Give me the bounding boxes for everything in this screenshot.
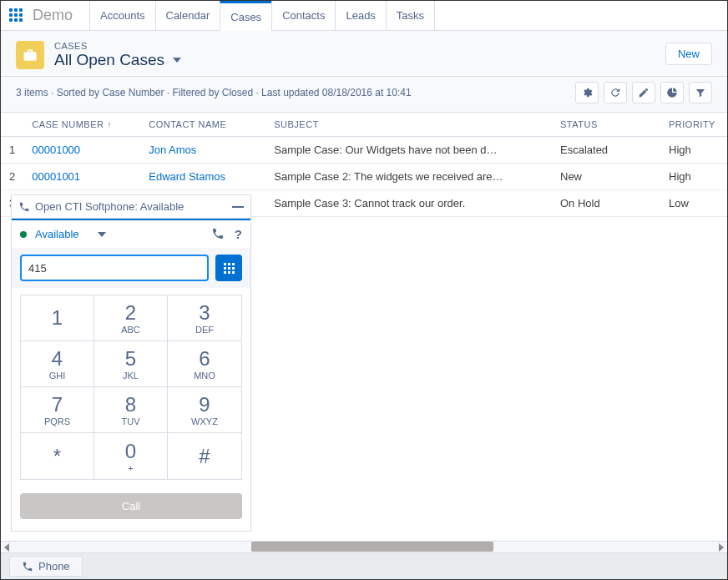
- nav-tab-tasks[interactable]: Tasks: [386, 1, 435, 30]
- dialpad: 12ABC3DEF4GHI5JKL6MNO7PQRS8TUV9WXYZ*0+#: [20, 295, 242, 480]
- softphone-panel: Open CTI Softphone: Available Available …: [11, 194, 251, 532]
- priority-cell: High: [660, 164, 727, 190]
- dialpad-toggle-button[interactable]: [215, 255, 242, 281]
- status-dot-icon: [20, 231, 27, 238]
- new-button[interactable]: New: [665, 43, 712, 65]
- dialpad-key-1[interactable]: 1: [21, 295, 94, 341]
- nav-tabs: AccountsCalendarCasesContactsLeadsTasks: [89, 1, 435, 30]
- col-subject[interactable]: SUBJECT: [265, 113, 552, 137]
- scrollbar-thumb[interactable]: [251, 542, 493, 552]
- table-row: 200001001Edward StamosSample Case 2: The…: [1, 164, 727, 190]
- table-row: 100001000Jon AmosSample Case: Our Widget…: [1, 137, 727, 164]
- priority-cell: Low: [660, 190, 727, 217]
- priority-cell: High: [660, 137, 727, 164]
- softphone-header: Open CTI Softphone: Available: [12, 195, 250, 219]
- utility-phone[interactable]: Phone: [9, 556, 83, 577]
- status-cell: New: [552, 164, 660, 190]
- softphone-header-text: Open CTI Softphone: Available: [35, 200, 184, 213]
- dialpad-key-9[interactable]: 9WXYZ: [168, 387, 241, 433]
- settings-button[interactable]: [575, 82, 599, 103]
- sub-header: 3 items · Sorted by Case Number · Filter…: [1, 77, 727, 113]
- contact-name-link[interactable]: Edward Stamos: [140, 164, 265, 190]
- row-index: 2: [1, 164, 23, 190]
- listview-title-text: All Open Cases: [54, 51, 164, 69]
- softphone-status-row: Available ?: [12, 220, 250, 248]
- dialpad-key-4[interactable]: 4GHI: [21, 341, 94, 387]
- col-contact-name[interactable]: CONTACT NAME: [140, 113, 265, 137]
- phone-icon: [22, 561, 33, 572]
- dialpad-key-2[interactable]: 2ABC: [94, 295, 168, 341]
- subject-cell: Sample Case 2: The widgets we received a…: [265, 164, 552, 190]
- case-number-link[interactable]: 00001001: [23, 164, 140, 190]
- row-index: 1: [1, 137, 23, 164]
- col-case-number[interactable]: CASE NUMBER↑: [23, 113, 140, 137]
- status-label: Available: [35, 228, 79, 240]
- brand-label: Demo: [33, 7, 73, 24]
- nav-tab-cases[interactable]: Cases: [220, 1, 271, 31]
- horizontal-scrollbar[interactable]: [1, 541, 727, 552]
- nav-tab-calendar[interactable]: Calendar: [155, 1, 220, 30]
- top-navigation: Demo AccountsCalendarCasesContactsLeadsT…: [1, 1, 727, 31]
- dialpad-key-3[interactable]: 3DEF: [168, 295, 241, 341]
- case-number-link[interactable]: 00001000: [23, 137, 140, 164]
- dialpad-key-#[interactable]: #: [168, 433, 241, 479]
- sort-asc-icon: ↑: [107, 120, 112, 129]
- col-status[interactable]: STATUS: [552, 113, 660, 137]
- cases-object-icon: [16, 41, 44, 69]
- status-cell: On Hold: [552, 190, 660, 217]
- filter-button[interactable]: [689, 82, 712, 103]
- dialpad-key-*[interactable]: *: [21, 433, 94, 479]
- subject-cell: Sample Case: Our Widgets have not been d…: [265, 137, 552, 164]
- dialpad-key-5[interactable]: 5JKL: [94, 341, 168, 387]
- dial-input[interactable]: [20, 255, 209, 281]
- nav-tab-leads[interactable]: Leads: [335, 1, 385, 30]
- page-header: CASES All Open Cases New: [1, 31, 727, 77]
- list-meta: 3 items · Sorted by Case Number · Filter…: [16, 87, 412, 98]
- listview-dropdown-icon: [173, 58, 181, 63]
- col-priority[interactable]: PRIORITY: [660, 113, 727, 137]
- dialpad-key-8[interactable]: 8TUV: [94, 387, 168, 433]
- listview-title[interactable]: All Open Cases: [54, 51, 181, 69]
- nav-tab-accounts[interactable]: Accounts: [89, 1, 154, 30]
- edit-button[interactable]: [632, 82, 655, 103]
- utility-phone-label: Phone: [38, 560, 70, 572]
- app-launcher-icon[interactable]: [9, 8, 24, 23]
- status-dropdown-icon[interactable]: [98, 232, 106, 237]
- dialpad-key-6[interactable]: 6MNO: [168, 341, 241, 387]
- call-button[interactable]: Call: [20, 493, 242, 519]
- chart-button[interactable]: [660, 82, 684, 103]
- status-cell: Escalated: [552, 137, 660, 164]
- utility-bar: Phone: [1, 552, 727, 579]
- refresh-button[interactable]: [604, 82, 627, 103]
- contact-name-link[interactable]: Jon Amos: [140, 137, 265, 164]
- object-eyebrow: CASES: [54, 41, 181, 51]
- nav-tab-contacts[interactable]: Contacts: [271, 1, 335, 30]
- dialpad-key-7[interactable]: 7PQRS: [21, 387, 94, 433]
- subject-cell: Sample Case 3: Cannot track our order.: [265, 190, 552, 217]
- phone-icon: [18, 201, 30, 213]
- minimize-button[interactable]: [232, 206, 244, 208]
- help-icon[interactable]: ?: [235, 227, 242, 241]
- dialpad-key-0[interactable]: 0+: [94, 433, 168, 479]
- call-icon[interactable]: [211, 227, 225, 240]
